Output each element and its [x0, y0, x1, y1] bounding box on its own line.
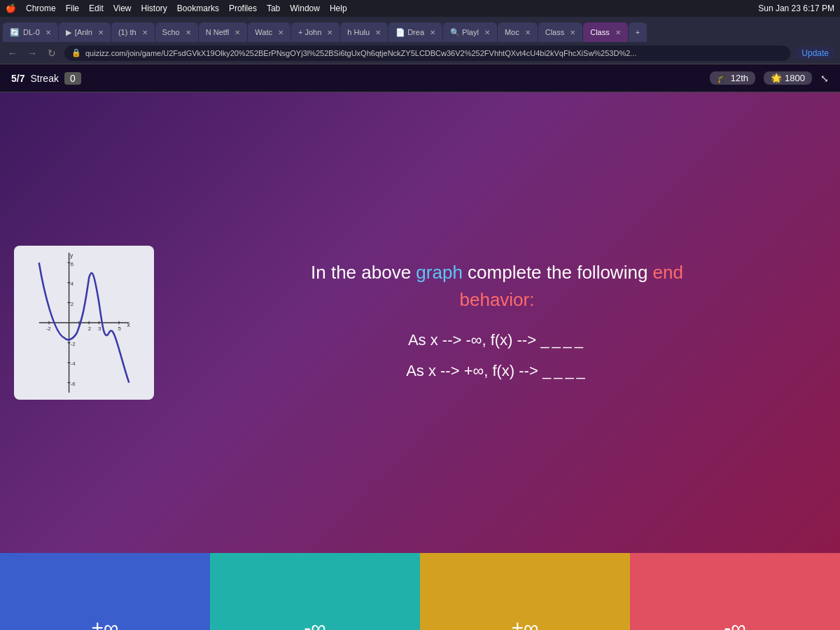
tab-netfl[interactable]: N Netfl ✕ [199, 22, 248, 42]
tab-scho[interactable]: Scho ✕ [155, 22, 198, 42]
menu-edit[interactable]: Edit [89, 4, 104, 13]
tab-close-icon[interactable]: ✕ [186, 29, 191, 36]
tab-close-icon[interactable]: ✕ [327, 29, 332, 36]
graph-highlight: graph [416, 262, 463, 283]
tab-watc[interactable]: Watc ✕ [248, 22, 290, 42]
grade-badge: 🎓 12th [710, 71, 755, 85]
answer-card-a[interactable]: +∞ +∞ [0, 553, 210, 630]
menu-chrome[interactable]: Chrome [26, 4, 56, 13]
tab-label: Watc [255, 28, 272, 36]
graph-svg: x y -2 2 3 5 6 4 2 -2 -4 -6 [18, 253, 150, 393]
answer-card-d[interactable]: -∞ -∞ [630, 553, 840, 630]
tab-moc[interactable]: Moc ✕ [498, 22, 538, 42]
tab-close-icon[interactable]: ✕ [570, 29, 575, 36]
tab-close-icon[interactable]: ✕ [484, 29, 490, 36]
tab-label: + John [298, 28, 321, 36]
quiz-main: x y -2 2 3 5 6 4 2 -2 -4 -6 [0, 92, 840, 553]
tab-close-icon[interactable]: ✕ [98, 29, 104, 36]
tab-close-icon[interactable]: ✕ [615, 29, 621, 36]
tab-close-icon[interactable]: ✕ [142, 29, 148, 36]
tab-icon: 🔄 [10, 28, 20, 37]
svg-text:-2: -2 [71, 341, 76, 347]
tab-label: Class [590, 28, 610, 36]
menu-view[interactable]: View [113, 4, 132, 13]
answer-card-c[interactable]: +∞ -∞ [420, 553, 630, 630]
menu-history[interactable]: History [141, 4, 167, 13]
question-text: In the above graph complete the followin… [311, 259, 683, 314]
progress-text: 5/7 [11, 73, 24, 84]
lock-icon: 🔒 [71, 48, 81, 57]
math-line1: As x --> -∞, f(x) --> ____ [406, 325, 588, 356]
blank2: ____ [542, 362, 588, 379]
svg-text:x: x [127, 321, 130, 328]
url-bar[interactable]: 🔒 quizizz.com/join/game/U2FsdGVkX19Olky2… [64, 46, 790, 61]
tab-label: N Netfl [206, 28, 230, 36]
back-button[interactable]: ← [6, 46, 20, 60]
update-button[interactable]: Update [796, 47, 834, 59]
answer-d-line1: -∞ [724, 616, 746, 630]
behavior-highlight: behavior: [460, 289, 535, 310]
apple-menu[interactable]: 🍎 [6, 4, 16, 13]
tab-label: [Anln [75, 28, 92, 36]
expand-icon[interactable]: ⤡ [820, 73, 829, 84]
menu-tab[interactable]: Tab [267, 4, 280, 13]
tab-close-icon[interactable]: ✕ [375, 29, 381, 36]
forward-button[interactable]: → [25, 46, 39, 60]
tab-john[interactable]: + John ✕ [291, 22, 340, 42]
blank1: ____ [540, 331, 586, 349]
menu-profiles[interactable]: Profiles [229, 4, 257, 13]
menu-window[interactable]: Window [290, 4, 320, 13]
tab-dl0[interactable]: 🔄 DL-0 ✕ [3, 22, 58, 42]
tab-class2[interactable]: Class ✕ [583, 22, 628, 42]
tab-new[interactable]: + [629, 22, 647, 42]
tab-close-icon[interactable]: ✕ [430, 29, 435, 36]
streak-count: 0 [64, 72, 81, 85]
tab-close-icon[interactable]: ✕ [525, 29, 531, 36]
menu-file[interactable]: File [66, 4, 79, 13]
svg-text:2: 2 [71, 301, 74, 307]
url-text: quizizz.com/join/game/U2FsdGVkX19Olky20%… [85, 49, 636, 57]
score-badge: 🌟 1800 [764, 71, 812, 85]
math-line2: As x --> +∞, f(x) --> ____ [406, 356, 588, 386]
grade-icon: 🎓 [717, 73, 728, 83]
answer-card-b[interactable]: -∞ +∞ [210, 553, 420, 630]
addressbar: ← → ↻ 🔒 quizizz.com/join/game/U2FsdGVkX1… [0, 42, 840, 64]
math-lines: As x --> -∞, f(x) --> ____ As x --> +∞, … [406, 325, 588, 386]
tab-th[interactable]: (1) th ✕ [111, 22, 155, 42]
answer-b-line1: -∞ [304, 616, 326, 630]
tab-close-icon[interactable]: ✕ [46, 29, 51, 36]
answer-c-line1: +∞ [512, 616, 539, 630]
svg-text:-2: -2 [46, 326, 51, 332]
svg-text:3: 3 [98, 326, 102, 332]
tab-label: 🔍 Playl [450, 28, 479, 37]
score-icon: 🌟 [771, 73, 782, 83]
tab-class1[interactable]: Class ✕ [538, 22, 583, 42]
score-value: 1800 [785, 73, 805, 83]
menu-help[interactable]: Help [330, 4, 347, 13]
tab-label: (1) th [118, 28, 136, 36]
tab-playl[interactable]: 🔍 Playl ✕ [443, 22, 497, 42]
plus-icon: + [636, 28, 640, 36]
reload-button[interactable]: ↻ [45, 46, 59, 60]
tab-label: Class [545, 28, 565, 36]
tab-label: DL-0 [23, 28, 40, 36]
end-highlight: end [653, 262, 683, 283]
tab-icon: ▶ [66, 28, 71, 37]
svg-text:-6: -6 [71, 381, 76, 387]
system-time: Sun Jan 23 6:17 PM [758, 4, 834, 13]
tab-close-icon[interactable]: ✕ [278, 29, 284, 36]
tab-label: h Hulu [347, 28, 370, 36]
svg-text:5: 5 [118, 326, 122, 332]
answer-a-line1: +∞ [92, 616, 119, 630]
graph-container: x y -2 2 3 5 6 4 2 -2 -4 -6 [14, 246, 154, 400]
question-area: In the above graph complete the followin… [168, 106, 826, 539]
tab-label: 📄 Drea [396, 28, 424, 37]
svg-text:y: y [70, 253, 74, 259]
grade-label: 12th [731, 73, 748, 83]
tab-drea[interactable]: 📄 Drea ✕ [388, 22, 442, 42]
answers-row: +∞ +∞ -∞ +∞ +∞ -∞ -∞ -∞ [0, 553, 840, 630]
menu-bookmarks[interactable]: Bookmarks [177, 4, 219, 13]
tab-anln[interactable]: ▶ [Anln ✕ [59, 22, 111, 42]
tab-close-icon[interactable]: ✕ [234, 29, 240, 36]
tab-hulu[interactable]: h Hulu ✕ [340, 22, 388, 42]
